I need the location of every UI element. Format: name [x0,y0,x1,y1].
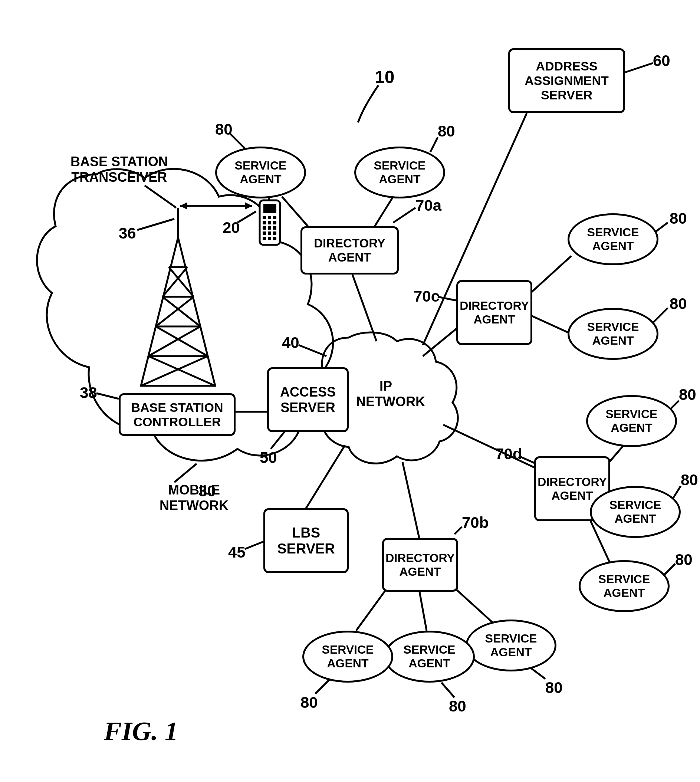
svg-line-27 [625,63,653,72]
bst-ref: 36 [119,224,136,242]
service-agent: SERVICE AGENT [215,147,306,198]
svg-line-25 [298,345,327,356]
lbs-server-ref: 45 [228,544,245,561]
svg-rect-67 [263,226,266,230]
address-assignment-server: ADDRESS ASSIGNMENT SERVER [508,48,625,113]
sa-ref: 80 [670,210,687,227]
svg-line-12 [169,267,193,297]
sa-ref: 80 [215,120,233,138]
da-a-label: DIRECTORY AGENT [302,236,397,265]
service-agent: SERVICE AGENT [568,308,658,360]
svg-rect-70 [263,232,266,235]
svg-line-35 [530,315,571,334]
svg-line-18 [97,393,119,399]
service-agent: SERVICE AGENT [465,620,557,672]
access-server-label: ACCESS SERVER [269,384,347,415]
svg-line-24 [245,542,263,549]
svg-line-10 [162,297,200,327]
svg-line-44 [419,590,427,631]
svg-line-6 [148,356,215,386]
svg-rect-64 [263,221,266,224]
svg-rect-72 [273,232,277,235]
base-station-controller: BASE STATION CONTROLLER [119,393,235,436]
address-server-label: ADDRESS ASSIGNMENT SERVER [510,59,623,102]
svg-marker-14 [180,202,187,210]
svg-rect-73 [263,237,266,240]
svg-rect-61 [263,216,266,219]
svg-line-42 [455,527,462,534]
svg-line-9 [156,297,193,327]
svg-line-11 [162,267,187,297]
directory-agent-a: DIRECTORY AGENT [300,226,399,275]
svg-line-8 [156,327,208,356]
svg-rect-74 [268,237,271,240]
svg-line-54 [530,668,545,679]
da-c-label: DIRECTORY AGENT [458,299,530,327]
svg-line-29 [393,208,415,223]
svg-line-19 [174,464,197,482]
svg-rect-68 [268,226,271,230]
figure-label: FIG. 1 [104,716,178,747]
lbs-server: LBS SERVER [263,508,349,573]
svg-line-17 [137,219,174,230]
da-a-ref: 70a [415,197,442,214]
svg-line-56 [315,679,330,694]
service-agent: SERVICE AGENT [586,395,677,447]
sa-ref: 80 [300,694,318,712]
svg-line-22 [271,430,286,449]
svg-line-34 [530,256,571,293]
access-server-ref: 50 [260,449,277,467]
svg-rect-75 [273,237,277,240]
sa-ref: 80 [670,295,687,313]
sa-ref: 80 [681,471,698,489]
svg-line-41 [402,462,419,538]
service-agent: SERVICE AGENT [354,147,445,198]
bsc-label: BASE STATION CONTROLLER [120,400,234,429]
svg-line-16 [145,185,176,208]
address-server-ref: 60 [653,52,670,70]
lbs-server-label: LBS SERVER [265,525,347,557]
svg-line-43 [356,590,386,631]
bst-label: BASE STATION TRANSCEIVER [70,154,168,185]
sa-ref: 80 [438,122,455,140]
svg-line-23 [306,445,345,508]
da-b-label: DIRECTORY AGENT [384,551,456,579]
da-c-ref: 70c [413,287,440,305]
svg-rect-62 [268,216,271,219]
sa-ref: 80 [675,551,693,569]
da-b-ref: 70b [462,514,488,532]
mobile-network-label: MOBILE NETWORK [160,482,228,514]
service-agent: SERVICE AGENT [579,560,670,612]
svg-line-48 [430,137,438,152]
svg-line-31 [375,197,393,226]
svg-rect-71 [268,232,271,235]
ip-network-ref: 40 [282,334,299,352]
svg-line-45 [453,586,493,623]
svg-line-33 [438,297,456,300]
service-agent: SERVICE AGENT [568,213,658,265]
svg-line-30 [282,197,308,226]
sa-ref: 80 [449,697,466,715]
bsc-ref: 38 [80,384,97,402]
access-server: ACCESS SERVER [267,367,349,432]
system-ref: 10 [375,67,394,87]
svg-line-7 [148,327,200,356]
service-agent: SERVICE AGENT [302,631,393,683]
svg-rect-63 [273,216,277,219]
svg-rect-69 [273,226,277,230]
svg-rect-58 [263,204,277,213]
sa-ref: 80 [679,386,696,404]
svg-rect-65 [268,221,271,224]
sa-ref: 80 [545,679,563,697]
svg-line-5 [141,356,208,386]
service-agent: SERVICE AGENT [384,631,475,683]
service-agent: SERVICE AGENT [590,486,681,538]
da-d-ref: 70d [495,445,522,463]
svg-marker-15 [245,202,252,210]
mobile-network-ref: 30 [198,482,216,500]
directory-agent-c: DIRECTORY AGENT [456,280,532,345]
svg-rect-66 [273,221,277,224]
ip-network-label: IP NETWORK [356,378,415,410]
svg-line-28 [352,275,377,341]
phone-ref: 20 [223,219,240,237]
